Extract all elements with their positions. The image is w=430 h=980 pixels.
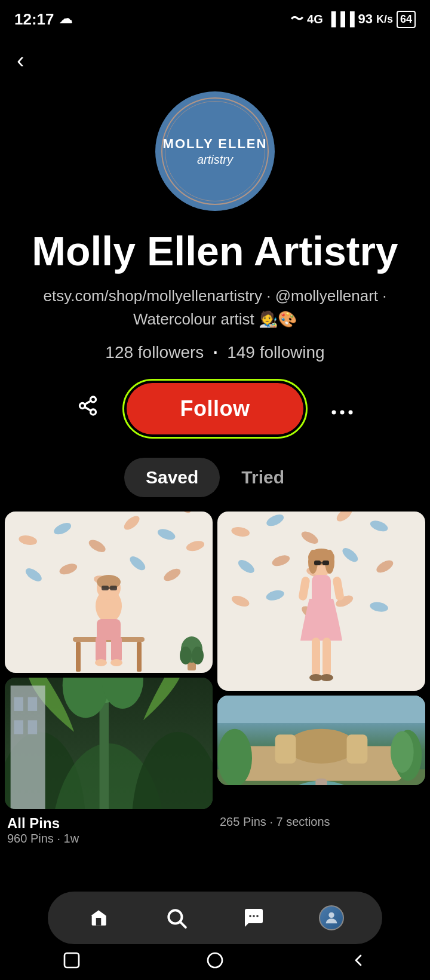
svg-point-81: [236, 558, 256, 575]
svg-point-76: [231, 525, 250, 538]
svg-point-20: [18, 534, 38, 546]
profile-name: Molly Ellen Artistry: [32, 229, 398, 274]
svg-point-119: [253, 915, 255, 917]
followers-count[interactable]: 128: [105, 343, 133, 362]
pin-card-2[interactable]: [5, 678, 213, 809]
svg-point-48: [192, 647, 204, 664]
speed-unit: K/s: [376, 13, 393, 26]
more-options-button[interactable]: [331, 396, 353, 421]
status-right: 〜 4G ▐▐▐ 93 K/s 64: [290, 10, 416, 28]
svg-point-113: [391, 731, 414, 773]
svg-point-108: [287, 728, 356, 763]
svg-rect-99: [298, 576, 311, 601]
svg-rect-122: [64, 953, 79, 967]
svg-point-47: [180, 647, 192, 664]
tabs-row: Saved Tried: [100, 458, 330, 497]
pin-label-2: 265 Pins · 7 sections: [217, 809, 425, 846]
svg-point-19: [174, 512, 194, 515]
svg-point-5: [332, 410, 336, 414]
svg-point-22: [87, 537, 108, 555]
avatar-line2: artistry: [197, 153, 233, 167]
battery-speed: 93: [358, 11, 372, 27]
back-system-button[interactable]: [349, 951, 368, 974]
pin-column-left: [5, 512, 213, 809]
network-icon: 4G: [307, 13, 323, 26]
svg-rect-62: [28, 697, 37, 710]
svg-rect-63: [14, 720, 23, 734]
svg-point-77: [265, 512, 285, 528]
soundcloud-icon: ☁: [59, 11, 72, 27]
svg-point-7: [349, 410, 353, 414]
svg-rect-39: [111, 636, 122, 663]
status-left: 12:17 ☁: [14, 10, 72, 29]
pin-column-right: [217, 512, 425, 809]
svg-point-21: [52, 520, 73, 537]
svg-rect-32: [76, 642, 81, 672]
svg-rect-95: [314, 561, 321, 565]
search-nav-button[interactable]: [159, 901, 193, 935]
home-system-button[interactable]: [205, 951, 225, 974]
svg-rect-100: [332, 576, 345, 601]
svg-point-15: [35, 512, 55, 513]
heartbeat-icon: 〜: [290, 10, 303, 28]
svg-point-121: [328, 912, 334, 918]
svg-rect-109: [275, 734, 296, 763]
following-count[interactable]: 149: [227, 343, 255, 362]
follow-button[interactable]: Follow: [127, 383, 304, 434]
svg-point-87: [265, 589, 285, 602]
svg-line-3: [84, 408, 90, 411]
svg-point-25: [185, 539, 205, 553]
svg-rect-38: [96, 636, 106, 663]
svg-point-40: [95, 659, 107, 666]
svg-point-104: [320, 674, 333, 681]
pin-label-sub-1: 960 Pins · 1w: [7, 832, 210, 846]
system-nav: [0, 944, 430, 980]
tab-tried[interactable]: Tried: [220, 458, 306, 497]
pins-grid: [0, 512, 430, 809]
pin-card-3[interactable]: [217, 512, 425, 691]
pin-card-1[interactable]: [5, 512, 213, 673]
profile-bio: etsy.com/shop/mollyellenartistry · @moll…: [24, 284, 406, 331]
battery-indicator: 64: [397, 11, 416, 28]
home-nav-button[interactable]: [82, 901, 115, 935]
share-button[interactable]: [77, 395, 99, 422]
pin-label-title-1: All Pins: [7, 815, 210, 832]
svg-line-117: [180, 922, 186, 927]
follow-button-wrapper: Follow: [122, 379, 308, 439]
tab-saved[interactable]: Saved: [124, 458, 220, 497]
svg-point-118: [249, 915, 251, 917]
bottom-nav: [48, 892, 382, 944]
svg-rect-105: [217, 696, 425, 723]
pin-card-4[interactable]: [217, 696, 425, 785]
svg-point-111: [217, 728, 252, 785]
messages-nav-button[interactable]: [237, 901, 271, 935]
svg-point-23: [122, 513, 142, 532]
svg-rect-43: [110, 586, 117, 590]
recents-button[interactable]: [62, 951, 81, 974]
status-bar: 12:17 ☁ 〜 4G ▐▐▐ 93 K/s 64: [0, 0, 430, 36]
avatar-line1: MOLLY ELLEN: [163, 136, 268, 152]
svg-rect-33: [137, 642, 142, 672]
svg-rect-110: [347, 734, 368, 763]
svg-point-79: [334, 512, 355, 524]
pin-label-sub-2: 265 Pins · 7 sections: [220, 815, 423, 829]
svg-rect-64: [28, 720, 37, 734]
profile-nav-button[interactable]: [315, 901, 348, 935]
svg-rect-96: [322, 561, 329, 565]
svg-point-51: [132, 731, 213, 808]
svg-rect-102: [322, 638, 331, 676]
svg-point-6: [340, 410, 345, 414]
back-button[interactable]: ‹: [0, 36, 41, 79]
svg-line-4: [84, 401, 90, 405]
pin-label-1: All Pins 960 Pins · 1w: [5, 809, 213, 846]
svg-point-90: [369, 601, 389, 613]
followers-row: 128 followers · 149 following: [105, 343, 324, 362]
svg-point-85: [374, 558, 395, 575]
svg-rect-115: [315, 779, 327, 785]
svg-point-120: [256, 915, 259, 917]
svg-point-80: [368, 519, 389, 534]
svg-point-36: [97, 575, 121, 589]
followers-label: followers: [133, 343, 204, 362]
following-label: following: [255, 343, 325, 362]
profile-section: MOLLY ELLEN artistry Molly Ellen Artistr…: [0, 79, 430, 512]
